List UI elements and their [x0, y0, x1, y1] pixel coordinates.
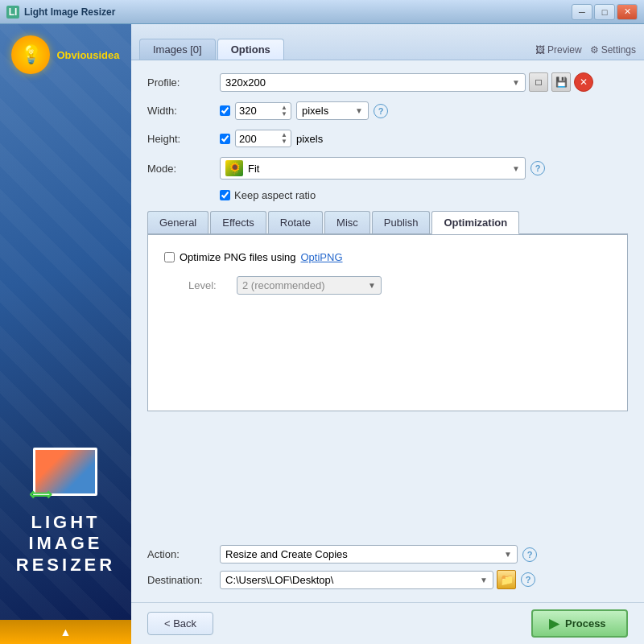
destination-row: Destination: C:\Users\LOF\Desktop\ ▼ 📁 ? — [147, 570, 628, 589]
height-row: Height: 200 ▲ ▼ pixels — [147, 130, 628, 147]
width-row: Width: 320 ▲ ▼ pixels ▼ ? — [147, 101, 628, 120]
process-label: Process — [565, 617, 606, 630]
folder-icon: 📁 — [500, 573, 514, 586]
brand-word2: IMAGE — [16, 533, 115, 554]
tab-options[interactable]: Options — [217, 39, 284, 60]
height-down-button[interactable]: ▼ — [281, 138, 287, 145]
aspect-ratio-checkbox[interactable] — [220, 190, 230, 200]
tab-rotate[interactable]: Rotate — [268, 211, 323, 233]
width-label: Width: — [147, 105, 220, 117]
save-icon: 💾 — [555, 76, 568, 88]
profile-delete-button[interactable]: ✕ — [574, 72, 593, 92]
process-button[interactable]: ▶ Process — [531, 609, 628, 638]
brand-word1: LIGHT — [16, 512, 115, 533]
mode-thumbnail-icon: 🌻 — [225, 160, 243, 176]
title-bar: LI Light Image Resizer ─ □ ✕ — [0, 0, 644, 24]
width-checkbox[interactable] — [220, 105, 230, 116]
action-dropdown-arrow: ▼ — [504, 550, 512, 559]
optimize-png-checkbox[interactable] — [164, 252, 175, 262]
tab-optimization[interactable]: Optimization — [431, 211, 519, 234]
height-spinbox: 200 ▲ ▼ — [235, 130, 291, 147]
close-button[interactable]: ✕ — [617, 4, 638, 20]
height-label: Height: — [147, 133, 220, 145]
tab-content-optimization: Optimize PNG files using OptiPNG Level: … — [147, 234, 628, 411]
main-container: 💡 Obviousidea ⟺ LIGHT IMAGE RESIZER ▲ — [0, 24, 644, 644]
sidebar: 💡 Obviousidea ⟺ LIGHT IMAGE RESIZER ▲ — [0, 24, 131, 644]
mode-value: Fit — [248, 163, 259, 175]
logo-company-text: Obviousidea — [56, 49, 119, 61]
action-row: Action: Resize and Create Copies ▼ ? — [147, 545, 628, 564]
profile-dropdown-arrow: ▼ — [512, 78, 520, 87]
content-area: Images [0] Options 🖼 Preview ⚙ Settings … — [131, 24, 644, 644]
options-panel: Profile: 320x200 ▼ □ 💾 ✕ Width: — [131, 60, 644, 537]
destination-help-icon[interactable]: ? — [521, 572, 535, 587]
window-title: Light Image Resizer — [24, 6, 572, 18]
brand-word3: RESIZER — [16, 555, 115, 576]
mode-label: Mode: — [147, 163, 220, 175]
mode-dropdown[interactable]: 🌻 Fit ▼ — [220, 157, 526, 180]
tab-misc[interactable]: Misc — [324, 211, 370, 233]
tab-images[interactable]: Images [0] — [139, 39, 216, 60]
destination-dropdown[interactable]: C:\Users\LOF\Desktop\ ▼ — [220, 571, 493, 589]
new-icon: □ — [535, 76, 541, 88]
height-checkbox[interactable] — [220, 134, 230, 144]
window-controls: ─ □ ✕ — [572, 4, 638, 20]
tab-effects[interactable]: Effects — [210, 211, 266, 233]
width-unit-arrow: ▼ — [355, 106, 363, 115]
profile-label: Profile: — [147, 76, 220, 89]
app-icon: LI — [6, 6, 19, 19]
preview-label: Preview — [547, 44, 582, 56]
preview-button[interactable]: 🖼 Preview — [535, 44, 582, 56]
optimize-png-row: Optimize PNG files using OptiPNG — [164, 251, 611, 263]
height-value: 200 — [239, 133, 279, 145]
optipng-link[interactable]: OptiPNG — [301, 251, 343, 263]
mode-dropdown-arrow: ▼ — [512, 164, 520, 173]
arrow-up-icon: ▲ — [60, 625, 72, 638]
destination-value: C:\Users\LOF\Desktop\ — [225, 574, 333, 586]
width-unit-value: pixels — [302, 105, 328, 117]
browse-folder-button[interactable]: 📁 — [497, 570, 516, 589]
destination-label: Destination: — [147, 574, 220, 586]
action-label: Action: — [147, 548, 220, 560]
delete-icon: ✕ — [580, 76, 588, 88]
profile-row: Profile: 320x200 ▼ □ 💾 ✕ — [147, 72, 628, 92]
height-unit-label: pixels — [296, 133, 323, 145]
header-right: 🖼 Preview ⚙ Settings — [535, 44, 636, 60]
action-value: Resize and Create Copies — [225, 548, 348, 560]
aspect-ratio-label: Keep aspect ratio — [234, 189, 316, 201]
width-units-dropdown[interactable]: pixels ▼ — [296, 101, 369, 120]
profile-dropdown[interactable]: 320x200 ▼ — [220, 73, 526, 92]
play-icon: ▶ — [549, 616, 559, 631]
width-value: 320 — [239, 105, 279, 117]
tab-general[interactable]: General — [147, 211, 208, 233]
action-help-icon[interactable]: ? — [522, 547, 537, 562]
sidebar-image-decoration: ⟺ — [25, 440, 105, 504]
width-down-button[interactable]: ▼ — [281, 111, 287, 118]
profile-new-button[interactable]: □ — [529, 72, 548, 92]
level-dropdown-arrow: ▼ — [368, 281, 376, 290]
profile-save-button[interactable]: 💾 — [551, 72, 571, 92]
tab-publish[interactable]: Publish — [372, 211, 431, 233]
restore-button[interactable]: □ — [594, 4, 615, 20]
green-arrows-icon: ⟺ — [29, 485, 52, 504]
sidebar-arrow[interactable]: ▲ — [0, 620, 131, 644]
bottom-section: Action: Resize and Create Copies ▼ ? Des… — [131, 537, 644, 602]
action-dropdown[interactable]: Resize and Create Copies ▼ — [220, 545, 518, 564]
width-spinbox-arrows: ▲ ▼ — [281, 105, 287, 118]
level-row: Level: 2 (recommended) ▼ — [188, 276, 611, 295]
logo-icon: 💡 — [11, 35, 50, 74]
sidebar-logo: 💡 Obviousidea — [3, 32, 127, 77]
preview-icon: 🖼 — [535, 44, 545, 56]
mode-help-icon[interactable]: ? — [530, 161, 545, 175]
minimize-button[interactable]: ─ — [572, 4, 592, 20]
aspect-ratio-row: Keep aspect ratio — [220, 189, 628, 201]
back-button[interactable]: < Back — [147, 612, 213, 635]
inner-tabs-bar: General Effects Rotate Misc Publish Opti… — [147, 211, 628, 234]
footer-bar: < Back ▶ Process — [131, 602, 644, 644]
width-help-icon[interactable]: ? — [374, 104, 388, 118]
settings-button[interactable]: ⚙ Settings — [590, 44, 636, 56]
level-dropdown[interactable]: 2 (recommended) ▼ — [237, 276, 382, 295]
optimize-png-label: Optimize PNG files using — [180, 251, 296, 263]
level-value: 2 (recommended) — [242, 279, 325, 291]
profile-value: 320x200 — [225, 76, 266, 89]
